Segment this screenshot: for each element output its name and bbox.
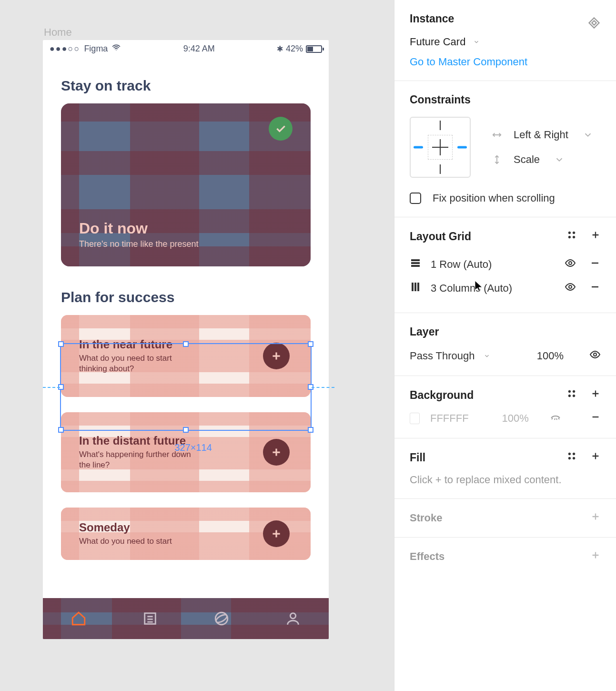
remove-icon[interactable]: [590, 412, 601, 425]
add-background-icon[interactable]: [590, 388, 601, 402]
instance-name-dropdown[interactable]: Future Card: [410, 36, 601, 48]
battery-pct: 42%: [286, 44, 303, 54]
constraint-widget[interactable]: [410, 117, 471, 178]
svg-point-7: [573, 236, 575, 238]
add-icon[interactable]: [263, 439, 290, 466]
layout-grid-header: Layout Grid: [410, 230, 471, 243]
signal-dots-icon: ●●●○○: [50, 44, 80, 54]
add-fill-icon[interactable]: [590, 451, 601, 464]
effects-header: Effects: [410, 550, 444, 563]
card-title: Do it now: [79, 220, 199, 237]
svg-point-17: [568, 390, 571, 393]
svg-point-4: [568, 232, 571, 234]
grid-col-item[interactable]: 3 Columns (Auto): [410, 276, 601, 300]
tab-list[interactable]: [114, 598, 186, 639]
selection-dimensions: 327×114: [174, 442, 212, 453]
vertical-constraint-select[interactable]: Scale: [492, 153, 593, 166]
svg-rect-14: [417, 283, 419, 291]
stroke-header: Stroke: [410, 512, 442, 524]
grid-styles-icon[interactable]: [566, 230, 577, 243]
go-to-master-link[interactable]: Go to Master Component: [410, 56, 601, 68]
stroke-section[interactable]: Stroke: [394, 499, 616, 538]
fix-position-checkbox[interactable]: Fix position when scrolling: [410, 192, 601, 204]
time-label: 9:42 AM: [183, 44, 215, 54]
checkbox-icon: [410, 193, 421, 204]
hidden-icon[interactable]: [550, 411, 561, 426]
tab-bar: [43, 598, 329, 639]
svg-rect-10: [411, 265, 420, 267]
status-bar: ●●●○○ Figma 9:42 AM ✱ 42%: [43, 40, 329, 55]
style-icon[interactable]: [566, 451, 577, 464]
future-card-someday[interactable]: Someday What do you need to start: [61, 508, 311, 560]
grid-row-item[interactable]: 1 Row (Auto): [410, 253, 601, 276]
phone-frame[interactable]: ●●●○○ Figma 9:42 AM ✱ 42% Stay on track …: [43, 40, 329, 639]
grid-row-label: 1 Row (Auto): [431, 258, 492, 271]
svg-point-22: [573, 453, 575, 455]
bg-hex-input[interactable]: FFFFFF: [430, 412, 469, 425]
instance-section: Instance Future Card Go to Master Compon…: [394, 0, 616, 81]
svg-point-20: [573, 395, 575, 397]
svg-rect-9: [411, 262, 420, 264]
background-section: Background FFFFFF 100%: [394, 376, 616, 438]
svg-point-3: [290, 613, 295, 619]
future-card-title: Someday: [79, 521, 172, 534]
background-header: Background: [410, 389, 474, 402]
future-card-title: In the near future: [79, 338, 198, 351]
remove-icon[interactable]: [589, 281, 601, 295]
tab-home[interactable]: [43, 598, 114, 639]
blend-mode-select[interactable]: Pass Through: [410, 350, 475, 362]
instance-name: Future Card: [410, 36, 465, 48]
layer-header: Layer: [410, 325, 601, 338]
layer-opacity-input[interactable]: 100%: [537, 350, 564, 362]
fill-header: Fill: [410, 451, 425, 464]
bg-opacity-input[interactable]: 100%: [502, 412, 528, 425]
instance-header: Instance: [410, 12, 454, 25]
add-effect-icon[interactable]: [590, 550, 601, 563]
rows-icon: [410, 257, 421, 272]
svg-point-5: [573, 232, 575, 234]
grid-col-label: 3 Columns (Auto): [431, 282, 512, 295]
check-icon[interactable]: [269, 117, 293, 141]
svg-point-6: [568, 236, 571, 238]
horizontal-constraint-select[interactable]: Left & Right: [492, 129, 593, 141]
do-it-now-card[interactable]: Do it now There's no time like the prese…: [61, 103, 311, 266]
effects-section[interactable]: Effects: [394, 538, 616, 576]
guide-line: [312, 387, 334, 388]
tab-profile[interactable]: [257, 598, 329, 639]
remove-icon[interactable]: [589, 257, 601, 272]
fix-position-label: Fix position when scrolling: [433, 192, 555, 204]
future-card-near[interactable]: In the near future What do you need to s…: [61, 315, 311, 397]
frame-name-label[interactable]: Home: [44, 26, 72, 39]
future-card-subtitle: What do you need to start: [79, 536, 172, 547]
horizontal-constraint-value: Left & Right: [514, 129, 568, 141]
fill-section: Fill Click + to replace mixed content.: [394, 438, 616, 499]
bluetooth-icon: ✱: [277, 44, 283, 53]
add-icon[interactable]: [263, 343, 290, 369]
add-stroke-icon[interactable]: [590, 511, 601, 525]
svg-point-19: [568, 395, 571, 397]
cursor-icon: [474, 280, 484, 295]
color-swatch[interactable]: [410, 413, 420, 424]
canvas[interactable]: Home ●●●○○ Figma 9:42 AM ✱ 42% Stay on t…: [0, 0, 394, 691]
layer-section: Layer Pass Through 100%: [394, 313, 616, 376]
add-grid-icon[interactable]: [590, 230, 601, 243]
style-icon[interactable]: [566, 388, 577, 402]
carrier-label: Figma: [84, 44, 108, 54]
tab-explore[interactable]: [186, 598, 257, 639]
constraints-section: Constraints Left & Right Scale: [394, 81, 616, 217]
card-subtitle: There's no time like the present: [79, 239, 199, 249]
reset-instance-icon[interactable]: [587, 16, 601, 32]
visibility-icon[interactable]: [565, 257, 576, 272]
section-title-plan: Plan for success: [43, 266, 329, 315]
chevron-down-icon: [484, 353, 490, 359]
guide-line: [43, 387, 60, 388]
svg-point-21: [568, 453, 571, 455]
wifi-icon: [111, 43, 121, 55]
visibility-icon[interactable]: [565, 281, 576, 295]
svg-rect-13: [414, 283, 416, 291]
add-icon[interactable]: [263, 520, 290, 547]
constraints-header: Constraints: [410, 93, 601, 106]
visibility-icon[interactable]: [589, 349, 601, 363]
future-card-subtitle: What do you need to start thinking about…: [79, 353, 198, 374]
svg-point-23: [568, 457, 571, 459]
